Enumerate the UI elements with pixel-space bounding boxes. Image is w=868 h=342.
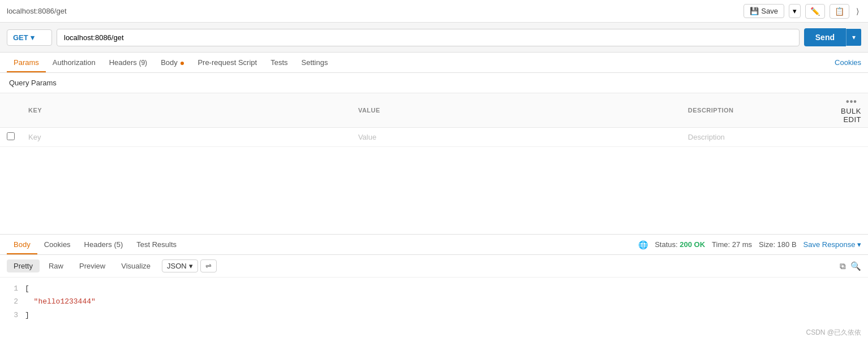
response-status-area: 🌐 Status: 200 OK Time: 27 ms Size: 180 B… (638, 240, 861, 249)
query-params-label: Query Params (0, 73, 868, 93)
code-area: 1 [ 2 "hello1233444" 3 ] (0, 278, 868, 326)
tab-body[interactable]: Body (154, 53, 191, 72)
col-value: VALUE (351, 93, 681, 128)
collapse-button[interactable]: ⟩ (854, 5, 861, 18)
description-cell[interactable]: Description (681, 128, 823, 147)
save-response-button[interactable]: Save Response ▾ (803, 240, 861, 249)
params-area: Query Params KEY VALUE DESCRIPTION ••• B… (0, 73, 868, 254)
watermark: CSDN @已久依依 (806, 328, 861, 337)
value-cell[interactable]: Value (351, 128, 681, 147)
save-icon: 💾 (750, 7, 759, 15)
response-tab-headers[interactable]: Headers (5) (78, 235, 130, 254)
col-description: DESCRIPTION (681, 93, 823, 128)
edit-icon-button[interactable]: ✏️ (805, 4, 825, 19)
col-checkbox (0, 93, 22, 128)
line-num-3: 3 (7, 309, 18, 322)
code-line-1: 1 [ (7, 282, 861, 295)
json-label: JSON (167, 262, 187, 270)
response-action-icons: ⧉ 🔍 (840, 261, 861, 271)
search-icon-button[interactable]: 🔍 (850, 261, 861, 271)
params-table: KEY VALUE DESCRIPTION ••• Bulk Edit (0, 93, 868, 147)
save-label: Save (761, 7, 778, 15)
response-tab-test-results[interactable]: Test Results (130, 235, 183, 254)
json-format-select[interactable]: JSON ▾ (162, 259, 198, 272)
method-label: GET (13, 33, 28, 42)
string-value: "hello1233444" (34, 297, 96, 306)
url-input[interactable] (57, 29, 800, 46)
globe-icon: 🌐 (638, 240, 648, 249)
body-dot (181, 62, 184, 65)
description-placeholder: Description (688, 133, 725, 141)
save-button[interactable]: 💾 Save (744, 4, 784, 18)
response-tabs-row: Body Cookies Headers (5) Test Results 🌐 … (0, 235, 868, 255)
line-num-2: 2 (7, 295, 18, 308)
code-line-3: 3 ] (7, 309, 861, 322)
col-key: KEY (22, 93, 351, 128)
main-content: Params Authorization Headers (9) Body Pr… (0, 53, 868, 341)
format-preview-button[interactable]: Preview (72, 259, 112, 272)
page-url: localhost:8086/get (7, 7, 67, 15)
status-value: 200 OK (680, 240, 705, 249)
save-dropdown-button[interactable]: ▾ (789, 4, 801, 18)
format-visualize-button[interactable]: Visualize (114, 259, 157, 272)
bulk-edit-button[interactable]: Bulk Edit (841, 107, 861, 124)
row-checkbox-cell (0, 128, 22, 147)
line-content-3: ] (25, 309, 29, 322)
row-actions-cell (823, 128, 868, 147)
tab-params[interactable]: Params (7, 53, 46, 72)
table-row: Key Value Description (0, 128, 868, 147)
tab-settings[interactable]: Settings (295, 53, 335, 72)
response-body-tabs: Pretty Raw Preview Visualize JSON ▾ ⇌ ⧉ … (0, 255, 868, 278)
status-label: Status: 200 OK (655, 240, 705, 249)
row-checkbox[interactable] (7, 132, 15, 140)
table-header-row: KEY VALUE DESCRIPTION ••• Bulk Edit (0, 93, 868, 128)
top-bar-actions: 💾 Save ▾ ✏️ 📋 ⟩ (744, 4, 861, 19)
headers-badge: (9) (139, 59, 147, 67)
line-content-1: [ (25, 282, 29, 295)
json-dropdown-icon: ▾ (189, 262, 193, 270)
method-dropdown-icon: ▾ (31, 33, 35, 42)
key-cell[interactable]: Key (22, 128, 351, 147)
comment-icon-button[interactable]: 📋 (830, 4, 849, 19)
save-response-dropdown-icon: ▾ (857, 240, 861, 249)
tab-pre-request[interactable]: Pre-request Script (191, 53, 264, 72)
response-time: Time: 27 ms (712, 240, 752, 249)
col-actions: ••• Bulk Edit (823, 93, 868, 128)
wrap-button[interactable]: ⇌ (200, 259, 217, 272)
tab-tests[interactable]: Tests (264, 53, 294, 72)
response-section: Body Cookies Headers (5) Test Results 🌐 … (0, 234, 868, 341)
code-line-2: 2 "hello1233444" (7, 295, 861, 308)
top-bar: localhost:8086/get 💾 Save ▾ ✏️ 📋 ⟩ (0, 0, 868, 23)
send-button[interactable]: Send (804, 28, 846, 46)
tab-headers[interactable]: Headers (9) (102, 53, 154, 72)
send-dropdown-button[interactable]: ▾ (846, 29, 861, 46)
tab-authorization[interactable]: Authorization (46, 53, 102, 72)
key-placeholder: Key (28, 133, 41, 141)
format-raw-button[interactable]: Raw (42, 259, 70, 272)
response-size: Size: 180 B (759, 240, 797, 249)
request-bar: GET ▾ Send ▾ (0, 23, 868, 53)
send-button-group: Send ▾ (804, 28, 861, 46)
format-pretty-button[interactable]: Pretty (7, 259, 40, 272)
method-select[interactable]: GET ▾ (7, 29, 52, 46)
response-tab-body[interactable]: Body (7, 235, 37, 254)
response-tab-cookies[interactable]: Cookies (37, 235, 78, 254)
value-placeholder: Value (358, 133, 376, 141)
wrap-icon: ⇌ (205, 262, 212, 270)
request-tabs-row: Params Authorization Headers (9) Body Pr… (0, 53, 868, 73)
more-icon[interactable]: ••• (846, 97, 857, 106)
copy-icon-button[interactable]: ⧉ (840, 261, 846, 271)
cookies-link[interactable]: Cookies (835, 53, 861, 72)
line-content-2: "hello1233444" (25, 295, 96, 308)
line-num-1: 1 (7, 282, 18, 295)
